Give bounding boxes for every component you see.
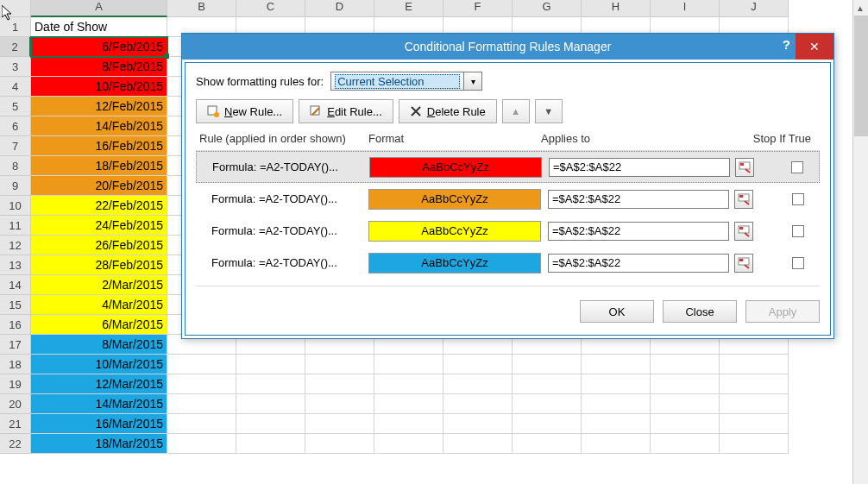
cell[interactable] bbox=[651, 414, 720, 434]
cell[interactable] bbox=[651, 434, 720, 454]
cell[interactable] bbox=[513, 394, 582, 414]
cell[interactable] bbox=[582, 434, 651, 454]
cell[interactable]: 20/Feb/2015 bbox=[31, 176, 167, 196]
row-header[interactable]: 5 bbox=[0, 97, 31, 116]
row-header[interactable]: 7 bbox=[0, 136, 31, 156]
help-button[interactable]: ? bbox=[783, 37, 790, 52]
range-picker-button[interactable] bbox=[734, 254, 753, 273]
row-header[interactable]: 9 bbox=[0, 176, 31, 196]
rule-row[interactable]: Formula: =A2-TODAY()...AaBbCcYyZz=$A$2:$… bbox=[196, 247, 820, 279]
row-header[interactable]: 18 bbox=[0, 355, 31, 374]
column-header[interactable]: A bbox=[31, 0, 167, 17]
row-header[interactable]: 22 bbox=[0, 434, 31, 454]
cell[interactable] bbox=[167, 414, 236, 434]
cell[interactable] bbox=[651, 355, 720, 374]
rule-applies-input[interactable]: =$A$2:$A$22 bbox=[549, 158, 730, 177]
cell[interactable] bbox=[443, 394, 513, 414]
cell[interactable]: 8/Mar/2015 bbox=[31, 335, 167, 355]
cell[interactable]: 22/Feb/2015 bbox=[31, 196, 167, 216]
cell[interactable] bbox=[443, 374, 513, 394]
row-header[interactable]: 20 bbox=[0, 394, 31, 414]
apply-button[interactable]: Apply bbox=[745, 300, 820, 323]
cell[interactable] bbox=[513, 434, 582, 454]
cell[interactable]: 8/Feb/2015 bbox=[31, 57, 167, 77]
row-header[interactable]: 4 bbox=[0, 77, 31, 97]
column-header[interactable]: B bbox=[167, 0, 236, 17]
rule-applies-input[interactable]: =$A$2:$A$22 bbox=[548, 254, 729, 273]
row-header[interactable]: 10 bbox=[0, 196, 31, 216]
delete-rule-button[interactable]: Delete Rule bbox=[399, 99, 497, 123]
row-header[interactable]: 1 bbox=[0, 17, 31, 37]
cell[interactable]: 10/Feb/2015 bbox=[31, 77, 167, 97]
row-header[interactable]: 19 bbox=[0, 374, 31, 394]
select-all-corner[interactable] bbox=[0, 0, 31, 17]
cell[interactable] bbox=[443, 434, 513, 454]
stop-if-true-checkbox[interactable] bbox=[792, 257, 804, 269]
cell[interactable] bbox=[305, 355, 374, 374]
cell[interactable] bbox=[513, 414, 582, 434]
cell[interactable]: 24/Feb/2015 bbox=[31, 216, 167, 236]
cell[interactable] bbox=[443, 355, 513, 374]
cell[interactable]: 6/Mar/2015 bbox=[31, 315, 167, 335]
cell[interactable]: 6/Feb/2015 bbox=[31, 37, 167, 57]
cell[interactable]: 16/Mar/2015 bbox=[31, 414, 167, 434]
cell[interactable] bbox=[443, 414, 513, 434]
range-picker-button[interactable] bbox=[735, 158, 754, 177]
row-header[interactable]: 17 bbox=[0, 335, 31, 355]
cell[interactable] bbox=[720, 374, 789, 394]
cell[interactable] bbox=[374, 374, 443, 394]
cell[interactable] bbox=[720, 355, 789, 374]
cell[interactable] bbox=[236, 434, 305, 454]
cell[interactable] bbox=[305, 414, 374, 434]
column-header[interactable]: D bbox=[305, 0, 374, 17]
row-header[interactable]: 2 bbox=[0, 37, 31, 57]
row-header[interactable]: 15 bbox=[0, 295, 31, 315]
column-header[interactable]: F bbox=[443, 0, 513, 17]
cell[interactable]: Date of Show bbox=[31, 17, 167, 37]
row-header[interactable]: 12 bbox=[0, 236, 31, 255]
cell[interactable]: 10/Mar/2015 bbox=[31, 355, 167, 374]
cell[interactable] bbox=[374, 434, 443, 454]
cell[interactable] bbox=[374, 414, 443, 434]
move-down-button[interactable]: ▼ bbox=[535, 99, 563, 123]
cell[interactable]: 12/Feb/2015 bbox=[31, 97, 167, 116]
chevron-down-icon[interactable]: ▾ bbox=[463, 72, 482, 91]
cell[interactable] bbox=[374, 394, 443, 414]
cell[interactable] bbox=[167, 355, 236, 374]
cell[interactable]: 26/Feb/2015 bbox=[31, 236, 167, 255]
column-header[interactable]: E bbox=[374, 0, 443, 17]
row-header[interactable]: 16 bbox=[0, 315, 31, 335]
cell[interactable] bbox=[651, 374, 720, 394]
cell[interactable] bbox=[236, 414, 305, 434]
cell[interactable]: 18/Mar/2015 bbox=[31, 434, 167, 454]
rule-applies-input[interactable]: =$A$2:$A$22 bbox=[548, 222, 729, 241]
row-header[interactable]: 21 bbox=[0, 414, 31, 434]
cell[interactable] bbox=[374, 355, 443, 374]
move-up-button[interactable]: ▲ bbox=[502, 99, 530, 123]
cell[interactable] bbox=[582, 355, 651, 374]
ok-button[interactable]: OK bbox=[580, 300, 654, 323]
column-header[interactable]: I bbox=[651, 0, 720, 17]
close-button[interactable]: ✕ bbox=[796, 34, 833, 60]
cell[interactable] bbox=[167, 434, 236, 454]
cell[interactable]: 14/Feb/2015 bbox=[31, 116, 167, 136]
cell[interactable] bbox=[236, 355, 305, 374]
edit-rule-button[interactable]: Edit Rule... bbox=[299, 99, 393, 123]
column-header[interactable]: H bbox=[582, 0, 651, 17]
close-dialog-button[interactable]: Close bbox=[663, 300, 737, 323]
cell[interactable] bbox=[513, 355, 582, 374]
cell[interactable] bbox=[305, 394, 374, 414]
cell[interactable] bbox=[720, 414, 789, 434]
cell[interactable]: 2/Mar/2015 bbox=[31, 275, 167, 295]
rule-row[interactable]: Formula: =A2-TODAY()...AaBbCcYyZz=$A$2:$… bbox=[196, 215, 820, 247]
dialog-titlebar[interactable]: Conditional Formatting Rules Manager ? ✕ bbox=[182, 34, 833, 60]
cell[interactable]: 16/Feb/2015 bbox=[31, 136, 167, 156]
vertical-scrollbar[interactable]: ▲ bbox=[852, 0, 868, 484]
cell[interactable] bbox=[582, 374, 651, 394]
cell[interactable] bbox=[720, 434, 789, 454]
new-rule-button[interactable]: New Rule... bbox=[196, 99, 293, 123]
cell[interactable]: 4/Mar/2015 bbox=[31, 295, 167, 315]
scroll-thumb[interactable] bbox=[854, 16, 868, 136]
row-header[interactable]: 6 bbox=[0, 116, 31, 136]
scroll-up-arrow[interactable]: ▲ bbox=[853, 0, 867, 16]
